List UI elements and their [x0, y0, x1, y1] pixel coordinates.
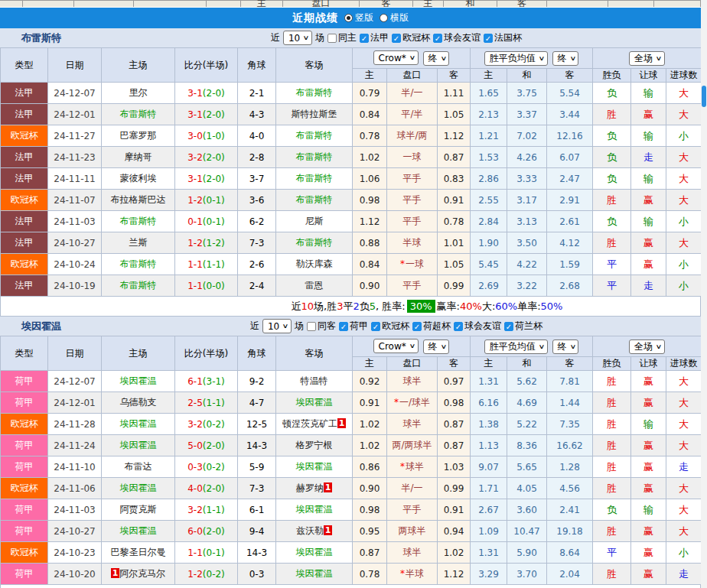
final-select[interactable]: 终∨: [423, 339, 450, 354]
avg-draw: 3.22: [507, 275, 547, 297]
crow-select[interactable]: Crow*∨: [373, 50, 419, 65]
final-select[interactable]: 终∨: [423, 51, 450, 66]
red-card-badge: 1: [324, 482, 332, 492]
league-checkbox-1[interactable]: ✓欧冠杯: [392, 31, 430, 44]
league-checkbox-3[interactable]: ✓球会友谊: [454, 320, 501, 333]
checkbox-label: 法国杯: [494, 31, 522, 44]
same-venue-checkbox[interactable]: 同主: [327, 31, 357, 44]
crow-select[interactable]: Crow*∨: [373, 339, 419, 353]
avg-away: 5.54: [547, 83, 593, 104]
result-goals: 大: [666, 147, 702, 168]
avg-away: 2.04: [547, 564, 593, 585]
avg-home: 2.86: [471, 168, 507, 190]
fullmatch-select[interactable]: 全场∨: [629, 339, 665, 354]
league-badge: 法甲: [1, 275, 48, 297]
summary-text: 60%: [495, 300, 517, 312]
summary-text: 3: [337, 300, 343, 312]
league-checkbox-0[interactable]: ✓荷甲: [339, 320, 368, 333]
final-select[interactable]: 终∨: [552, 51, 579, 66]
avg-home: 1.31: [471, 542, 507, 564]
odds-home: 0.92: [353, 371, 387, 392]
result-goals: 小: [666, 125, 702, 147]
subcol-header: 盘口: [387, 69, 438, 83]
header-row-groups: 类型日期主场比分(半场)角球客场Crow*∨终∨胜平负均值∨终∨全场∨: [1, 48, 702, 69]
team-label: 斯特拉斯堡: [292, 109, 337, 119]
radio-label: 竖版: [355, 11, 373, 24]
result-wdl: 胜: [593, 414, 631, 435]
league-checkbox-2[interactable]: ✓荷超杯: [412, 320, 451, 333]
radio-horizontal[interactable]: 横版: [380, 11, 409, 24]
scrollbar[interactable]: [701, 0, 707, 588]
fullmatch-select[interactable]: 全场∨: [629, 51, 665, 66]
home-team: 埃因霍温: [102, 435, 175, 456]
team-label: 布拉格斯巴达: [111, 194, 166, 205]
odds-home: 0.91: [353, 392, 387, 414]
league-checkbox-2[interactable]: ✓球会友谊: [433, 31, 481, 44]
away-team: 布雷斯特: [276, 125, 353, 147]
match-row: 法甲 24-12-07 里尔 3-1(2-0) 2-1 布雷斯特 0.79 半/…: [1, 83, 702, 104]
avg-select[interactable]: 胜平负均值∨: [484, 339, 548, 354]
summary-text: 40%: [460, 300, 482, 312]
odds-home: 1.02: [353, 435, 387, 456]
same-venue-checkbox[interactable]: 同客: [307, 320, 336, 333]
league-checkbox-4[interactable]: ✓荷兰杯: [504, 320, 542, 333]
away-team: 顿涅茨克矿工1: [276, 414, 353, 435]
checkbox-icon: ✓: [484, 34, 493, 43]
team-label: 埃因霍温: [296, 568, 333, 579]
near-count-select[interactable]: 10∨: [283, 31, 312, 45]
checkbox-icon: ✓: [360, 34, 369, 43]
clipped-header-cell: [23, 0, 74, 7]
team-name: 埃因霍温: [21, 320, 61, 333]
avg-away: 4.56: [547, 478, 593, 499]
result-goals: 大: [666, 232, 702, 254]
team-label: 布雷斯特: [296, 237, 333, 248]
avg-home: 2.67: [471, 499, 507, 521]
league-checkbox-1[interactable]: ✓欧冠杯: [371, 320, 409, 333]
away-team: 尼斯: [276, 211, 353, 232]
avg-away: 2.91: [547, 190, 593, 211]
odds-away: 0.98: [438, 392, 471, 414]
radio-vertical[interactable]: 竖版: [344, 11, 373, 24]
near-count-select[interactable]: 10∨: [262, 319, 292, 333]
team-label: 阿贾克斯: [120, 504, 157, 515]
odds-away: 0.91: [438, 499, 471, 521]
col-header: 主场: [102, 48, 175, 83]
result-goals: 大: [666, 371, 702, 392]
team-label: 兰斯: [129, 237, 148, 248]
result-goals: 小: [666, 211, 702, 232]
subcol-header: 客: [547, 69, 593, 83]
clipped-header-cell: 主: [241, 0, 283, 7]
home-team: 布雷斯特: [102, 211, 175, 232]
avg-home: 1.38: [471, 414, 507, 435]
home-team: 巴塞罗那: [102, 125, 175, 147]
odds-away: 1.11: [438, 83, 471, 104]
avg-home: 1.13: [471, 435, 507, 456]
score: 3-2(1-1): [175, 499, 238, 521]
league-checkbox-0[interactable]: ✓法甲: [360, 31, 389, 44]
clipped-header-cell: [134, 0, 207, 7]
corner-score: 2-1: [238, 83, 276, 104]
result-goals: 大: [666, 392, 702, 414]
match-row: 法甲 24-12-01 布雷斯特 3-1(2-0) 4-3 斯特拉斯堡 0.84…: [1, 104, 702, 125]
subcol-header: 让球: [631, 69, 666, 83]
result-wdl: 胜: [593, 371, 631, 392]
scrollbar-thumb[interactable]: [702, 86, 706, 107]
checkbox-label: 荷超杯: [423, 320, 451, 333]
checkbox-icon: ✓: [371, 322, 380, 331]
clipped-header-cell: [74, 0, 134, 7]
result-wdl: 平: [593, 542, 631, 564]
filter-controls: 近 10∨ 场 同主 ✓法甲✓欧冠杯✓球会友谊✓法国杯: [271, 31, 522, 45]
match-row: 荷甲 24-10-27 埃因霍温 6-0(2-0) 9-4 兹沃勒1 0.95 …: [1, 521, 702, 542]
summary-text: 50%: [541, 300, 563, 312]
league-checkbox-3[interactable]: ✓法国杯: [484, 31, 522, 44]
score: 3-2(2-0): [175, 147, 238, 168]
odds-group-header: Crow*∨终∨: [353, 336, 471, 357]
final-select[interactable]: 终∨: [552, 339, 579, 354]
avg-select[interactable]: 胜平负均值∨: [484, 51, 548, 66]
corner-score: 3-6: [238, 190, 276, 211]
result-group-header: 全场∨: [593, 336, 702, 357]
summary-text: 场,胜: [314, 300, 337, 313]
team-label: 布雷斯特: [296, 173, 333, 184]
avg-home: 5.45: [471, 254, 507, 275]
checkbox-label: 同客: [318, 320, 336, 333]
